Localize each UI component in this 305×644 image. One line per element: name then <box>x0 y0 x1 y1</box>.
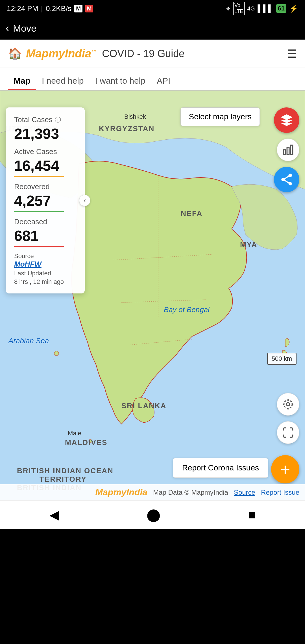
total-cases-value: 21,393 <box>14 125 76 142</box>
map-marker-5[interactable]: ⚠ <box>167 266 184 283</box>
back-button[interactable]: ‹ <box>6 22 9 34</box>
status-left: 12:24 PM | 0.2KB/s M M <box>7 4 93 13</box>
volte-icon: VoLTE <box>233 2 245 15</box>
network-speed: | <box>41 4 43 13</box>
map-marker-20[interactable]: ⚠ <box>90 368 107 384</box>
map-marker-15[interactable]: ⚠ <box>110 328 127 345</box>
source-link[interactable]: MoHFW <box>14 260 76 269</box>
stats-panel: Total Cases ⓘ 21,393 Active Cases 16,454… <box>6 107 85 293</box>
layer-icon-button[interactable] <box>274 107 299 133</box>
map-marker-3[interactable]: ⚠ <box>124 260 141 277</box>
last-updated-value: 8 hrs , 12 min ago <box>14 278 76 286</box>
map-marker-18[interactable]: ⚠ <box>113 356 130 373</box>
deceased-block: Deceased 681 <box>14 217 76 247</box>
logo-tm: ™ <box>91 49 96 55</box>
recovered-value: 4,257 <box>14 192 76 209</box>
place-label-territory: TERRITORY <box>40 475 87 484</box>
active-cases-bar <box>14 176 64 177</box>
map-container[interactable]: Bishkek UZBEKISTAN KYRGYZSTAN NEFA MYA A… <box>0 90 305 500</box>
status-bar: 12:24 PM | 0.2KB/s M M ⌖ VoLTE 4G ▌▌▌ 61… <box>0 0 305 17</box>
source-attribution-link[interactable]: Source <box>234 489 255 496</box>
share-button[interactable] <box>274 167 299 192</box>
map-marker-truck-2[interactable]: 🚚 <box>212 271 229 288</box>
source-block: Source MoHFW Last Updated 8 hrs , 12 min… <box>14 252 76 286</box>
map-marker-truck-1[interactable]: 🚚 <box>212 249 229 266</box>
map-marker-6[interactable]: ⚠ <box>186 254 203 271</box>
map-marker-12[interactable]: ⚠ <box>138 300 155 317</box>
total-cases-label: Total Cases ⓘ <box>14 115 76 124</box>
time: 12:24 PM <box>7 4 38 13</box>
header-left: 🏠 MapmyIndia™ COVID - 19 Guide <box>8 47 184 60</box>
scale-bar: 500 km <box>267 353 297 365</box>
nav-recents-button[interactable]: ■ <box>248 508 256 522</box>
network-speed-value: 0.2KB/s <box>46 4 71 13</box>
recovered-block: Recovered 4,257 <box>14 182 76 212</box>
bottom-navigation-bar: ◀ ⬤ ■ <box>0 500 305 529</box>
map-marker-1[interactable]: ⚠ <box>88 229 104 246</box>
svg-point-11 <box>284 400 292 408</box>
tab-i-need-help[interactable]: I need help <box>36 72 89 90</box>
tab-api[interactable]: API <box>151 72 176 90</box>
report-issue-link[interactable]: Report Issue <box>261 489 299 496</box>
place-label-bay-of-bengal: Bay of Bengal <box>164 305 210 314</box>
nav-back-button[interactable]: ◀ <box>49 507 59 522</box>
map-marker-10[interactable]: ⚠ <box>158 283 175 300</box>
logo-text: MapmyIndia™ <box>26 47 96 60</box>
share-icon <box>280 172 294 187</box>
app-icon-move: M <box>74 5 82 12</box>
svg-rect-8 <box>287 147 289 155</box>
nav-bar: ‹ Move <box>0 17 305 40</box>
expand-icon <box>282 426 294 439</box>
deceased-label: Deceased <box>14 217 76 226</box>
collapse-stats-button[interactable]: ‹ <box>79 195 90 206</box>
chart-icon <box>282 144 294 156</box>
svg-point-1 <box>54 351 59 356</box>
deceased-bar <box>14 246 64 247</box>
map-marker-11[interactable]: ⚠ <box>119 294 136 311</box>
app-header: 🏠 MapmyIndia™ COVID - 19 Guide ☰ <box>0 40 305 68</box>
location-button[interactable] <box>277 393 299 416</box>
active-cases-block: Active Cases 16,454 <box>14 147 76 177</box>
map-marker-17[interactable]: ⚠ <box>150 345 167 362</box>
map-marker-2[interactable]: ⚠ <box>104 249 121 266</box>
home-icon[interactable]: 🏠 <box>8 47 22 60</box>
report-corona-issues-button[interactable]: Report Corona Issues <box>173 458 268 478</box>
svg-point-10 <box>287 403 290 406</box>
map-marker-7[interactable]: ⚠ <box>88 271 104 288</box>
location-icon <box>282 398 294 410</box>
select-map-layers-button[interactable]: Select map layers <box>180 107 260 126</box>
map-marker-19[interactable]: ⚠ <box>130 362 147 379</box>
location-icon: ⌖ <box>226 4 230 13</box>
header-title: COVID - 19 Guide <box>102 48 184 60</box>
place-label-mya: MYA <box>240 240 257 249</box>
map-marker-truck-3[interactable]: 🚚 <box>192 288 209 305</box>
map-marker-14[interactable]: ⚠ <box>90 317 107 334</box>
battery-indicator: 61 <box>276 4 286 13</box>
map-data-text: Map Data © MapmyIndia <box>153 489 228 496</box>
last-updated-label: Last Updated <box>14 270 76 277</box>
chart-button[interactable] <box>277 139 299 161</box>
place-label-maldives: MALDIVES <box>65 438 107 447</box>
map-marker-16[interactable]: ⚠ <box>130 334 147 351</box>
active-cases-label: Active Cases <box>14 147 76 156</box>
map-attribution: MapmyIndia Map Data © MapmyIndia Source … <box>0 484 305 500</box>
info-icon[interactable]: ⓘ <box>55 116 61 124</box>
place-label-nefa: NEFA <box>181 209 202 218</box>
tabs-bar: Map I need help I want to help API <box>0 68 305 90</box>
tab-i-want-to-help[interactable]: I want to help <box>89 72 151 90</box>
nav-title: Move <box>13 23 36 34</box>
hamburger-icon[interactable]: ☰ <box>287 47 297 60</box>
source-label: Source <box>14 252 76 260</box>
place-label-bishkek: Bishkek <box>124 113 146 120</box>
expand-map-button[interactable] <box>277 421 299 444</box>
recovered-label: Recovered <box>14 182 76 191</box>
svg-rect-9 <box>291 145 293 155</box>
total-cases-block: Total Cases ⓘ 21,393 <box>14 115 76 142</box>
tab-map[interactable]: Map <box>8 72 36 90</box>
signal-4g-icon: 4G <box>247 5 255 12</box>
add-report-button[interactable]: + <box>271 455 299 483</box>
map-marker-24[interactable]: ⚠ <box>104 390 121 407</box>
map-marker-4[interactable]: ⚠ <box>144 266 161 283</box>
nav-home-button[interactable]: ⬤ <box>147 507 160 522</box>
deceased-value: 681 <box>14 227 76 244</box>
